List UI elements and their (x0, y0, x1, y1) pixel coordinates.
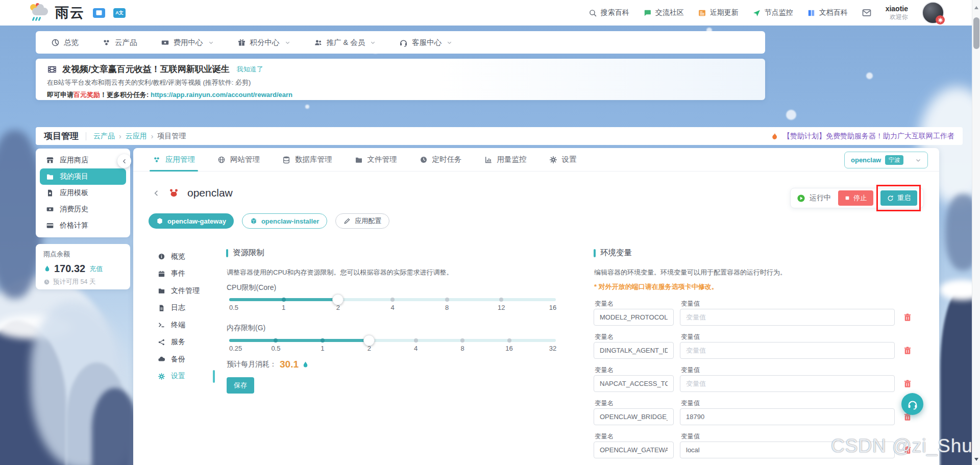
sponsor-promo-link[interactable]: 【赞助计划】免费赞助服务器！助力广大互联网工作者 (771, 132, 954, 141)
env-name-input-3[interactable] (594, 408, 674, 425)
tab-app-management[interactable]: 应用管理 (153, 148, 195, 171)
restart-button[interactable]: 重启 (880, 190, 917, 206)
page-scrollbar[interactable] (972, 0, 980, 465)
header-link-node-monitor[interactable]: 节点监控 (752, 8, 793, 17)
nav-item-cloud-products[interactable]: 云产品 (102, 38, 137, 47)
user-info[interactable]: xiaotie 欢迎你 (886, 5, 908, 20)
menu-item-backup[interactable]: 备份 (158, 351, 207, 368)
save-button[interactable]: 保存 (227, 377, 254, 394)
users-icon (314, 38, 323, 47)
sidebar-item-spend-history[interactable]: 消费历史 (40, 201, 126, 217)
env-value-input-3[interactable] (680, 408, 895, 425)
cube-icon (156, 217, 163, 225)
back-button[interactable] (153, 189, 160, 197)
delete-env-row-button[interactable] (903, 379, 912, 388)
avatar[interactable] (922, 2, 944, 24)
menu-item-terminal[interactable]: 终端 (158, 316, 207, 334)
env-value-input-2[interactable] (680, 375, 895, 392)
header-link-recent-updates[interactable]: 近期更新 (698, 8, 739, 17)
scrollbar-up-arrow[interactable] (974, 6, 978, 9)
chevron-down-icon (208, 40, 214, 45)
nav-item-support-center[interactable]: 客服中心 (399, 38, 452, 47)
nav-item-referral-membership[interactable]: 推广 & 会员 (314, 38, 376, 47)
tab-settings[interactable]: 设置 (549, 148, 577, 171)
tab-usage-monitor[interactable]: 用量监控 (484, 148, 527, 171)
sidebar-item-price-calculator[interactable]: 价格计算 (40, 217, 126, 234)
image-badge-icon[interactable] (93, 8, 105, 18)
env-value-input-1[interactable] (680, 342, 895, 359)
announcement-line3: 即可申请百元奖励！更多积分任务: https://app.rainyun.com… (47, 90, 754, 100)
cpu-slider-track[interactable] (229, 298, 556, 301)
chevron-left-icon (153, 189, 160, 197)
app-inner-menu: 概览 事件 文件管理 日志 终端 服务 备份 设置 (158, 248, 207, 385)
sidebar: 应用商店 我的项目 应用模板 消费历史 价格计算 (36, 149, 130, 237)
menu-item-files[interactable]: 文件管理 (158, 282, 207, 300)
announcement-banner: 发视频/文章赢百元收益！互联网新职业诞生 我知道了 在B站等平台发布和雨云有关的… (36, 59, 765, 100)
memory-slider-track[interactable] (229, 339, 556, 342)
chevron-down-icon (370, 40, 376, 45)
scrollbar-thumb[interactable] (973, 17, 979, 49)
header-actions: 搜索百科 交流社区 近期更新 节点监控 文档百科 xiaotie 欢迎你 (589, 0, 944, 26)
refresh-icon (887, 195, 894, 202)
delete-env-row-button[interactable] (903, 313, 912, 322)
tab-cron-tasks[interactable]: 定时任务 (420, 148, 462, 171)
news-icon (698, 9, 706, 17)
menu-item-events[interactable]: 事件 (158, 265, 207, 283)
sidebar-collapse-button[interactable] (117, 154, 131, 168)
breadcrumb-cloud-products[interactable]: 云产品 (93, 132, 115, 141)
book-icon (807, 9, 816, 17)
chart-icon (484, 156, 493, 164)
env-name-input-4[interactable] (594, 442, 674, 458)
nav-item-points-center[interactable]: 积分中心 (237, 38, 290, 47)
balance-amount: 170.32 (54, 263, 85, 275)
env-port-note: * 对外开放的端口请在服务选项卡中修改。 (594, 282, 718, 291)
env-name-input-0[interactable] (594, 309, 674, 326)
container-openclaw-installer-button[interactable]: openclaw-installer (242, 213, 327, 229)
delete-env-row-button[interactable] (903, 346, 912, 355)
container-openclaw-gateway-button[interactable]: openclaw-gateway (149, 213, 234, 229)
env-value-input-0[interactable] (680, 309, 895, 326)
env-row: 变量名 变量值 (594, 366, 930, 399)
nav-item-overview[interactable]: 总览 (51, 38, 79, 47)
balance-title: 雨点余额 (43, 250, 122, 259)
project-tab-bar: 应用管理 网站管理 数据库管理 文件管理 定时任务 用量监控 设置 (133, 148, 939, 172)
project-selector-dropdown[interactable]: openclaw 宁波 (844, 152, 928, 168)
snow-bokeh (866, 72, 873, 79)
rainyun-logo[interactable]: 雨云 A文 (30, 4, 126, 22)
header-link-wiki-search[interactable]: 搜索百科 (589, 8, 629, 17)
background-snow-mid-left (31, 301, 133, 465)
env-name-input-1[interactable] (594, 342, 674, 359)
header-link-community[interactable]: 交流社区 (643, 8, 684, 17)
menu-item-settings[interactable]: 设置 (158, 368, 207, 385)
app-config-button[interactable]: 应用配置 (335, 213, 389, 229)
translate-badge-icon[interactable]: A文 (113, 8, 126, 18)
reward-url-link[interactable]: https://app.rainyun.com/account/reward/e… (151, 91, 292, 99)
sidebar-item-my-projects[interactable]: 我的项目 (40, 168, 126, 185)
username: xiaotie (886, 5, 908, 13)
breadcrumb-cloud-app[interactable]: 云应用 (126, 132, 147, 141)
folder-icon (46, 173, 54, 181)
droplet-icon (302, 361, 309, 369)
tab-file-management[interactable]: 文件管理 (355, 148, 397, 171)
clock-icon (420, 156, 428, 164)
announcement-dismiss-link[interactable]: 我知道了 (237, 65, 263, 74)
sidebar-item-app-templates[interactable]: 应用模板 (40, 185, 126, 201)
scrollbar-down-arrow[interactable] (974, 458, 978, 461)
floating-support-button[interactable] (901, 393, 923, 415)
chevron-down-icon (915, 157, 921, 163)
memory-tick-labels: 0.25 0.5 1 2 4 8 16 32 (229, 345, 556, 353)
menu-item-overview[interactable]: 概览 (158, 248, 207, 265)
menu-item-logs[interactable]: 日志 (158, 300, 207, 317)
stop-button[interactable]: 停止 (838, 190, 873, 206)
tab-database-management[interactable]: 数据库管理 (282, 148, 332, 171)
headset-icon (399, 38, 408, 47)
recharge-link[interactable]: 充值 (89, 264, 103, 274)
nav-item-billing-center[interactable]: 费用中心 (161, 38, 214, 47)
header-link-docs[interactable]: 文档百科 (807, 8, 848, 17)
mail-icon[interactable] (862, 8, 872, 18)
menu-item-services[interactable]: 服务 (158, 334, 207, 351)
env-name-input-2[interactable] (594, 375, 674, 392)
tab-website-management[interactable]: 网站管理 (217, 148, 260, 171)
sidebar-item-app-store[interactable]: 应用商店 (40, 152, 126, 168)
card-icon (46, 222, 54, 230)
